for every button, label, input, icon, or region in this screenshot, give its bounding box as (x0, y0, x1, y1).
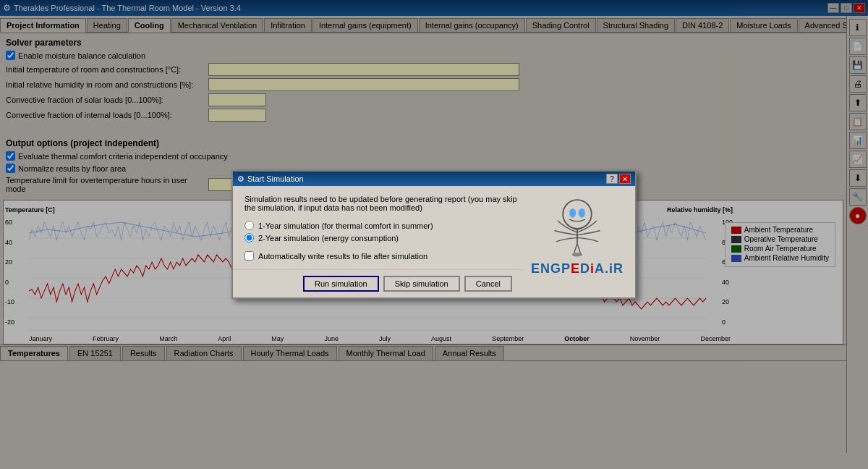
run-simulation-button[interactable]: Run simulation (303, 276, 379, 292)
modal-logo: ENGPEDiA.iR (531, 195, 624, 276)
svg-point-10 (572, 253, 582, 256)
modal-titlebar: ⚙ Start Simulation ? ✕ (233, 172, 635, 186)
engpedia-logo-text: ENGPEDiA.iR (531, 261, 624, 276)
svg-point-9 (579, 208, 585, 218)
modal-help-button[interactable]: ? (606, 174, 618, 184)
modal-body: ENGPEDiA.iR Simulation results need to b… (233, 186, 635, 269)
option-2year: 2-Year simulation (energy consumption) (244, 233, 524, 242)
start-simulation-dialog: ⚙ Start Simulation ? ✕ (231, 170, 637, 299)
radio-2year[interactable] (244, 233, 254, 242)
modal-title: Start Simulation (247, 174, 304, 183)
svg-point-8 (569, 208, 576, 218)
modal-overlay: ⚙ Start Simulation ? ✕ (0, 0, 868, 376)
modal-close-button[interactable]: ✕ (619, 174, 631, 184)
auto-write-checkbox[interactable] (244, 251, 254, 261)
label-1year: 1-Year simulation (for thermal comfort i… (258, 221, 433, 230)
modal-footer: Run simulation Skip simulation Cancel (233, 269, 524, 297)
modal-controls: ? ✕ (606, 174, 631, 184)
radio-1year[interactable] (244, 221, 254, 230)
modal-icon: ⚙ (237, 174, 244, 184)
spider-logo (531, 195, 624, 261)
svg-point-7 (563, 200, 592, 229)
auto-write-option: Automatically write results to file afte… (244, 251, 524, 261)
option-1year: 1-Year simulation (for thermal comfort i… (244, 221, 524, 230)
skip-simulation-button[interactable]: Skip simulation (383, 276, 460, 292)
label-2year: 2-Year simulation (energy consumption) (258, 234, 399, 242)
cancel-button[interactable]: Cancel (464, 276, 512, 292)
auto-write-label: Automatically write results to file afte… (258, 252, 427, 261)
